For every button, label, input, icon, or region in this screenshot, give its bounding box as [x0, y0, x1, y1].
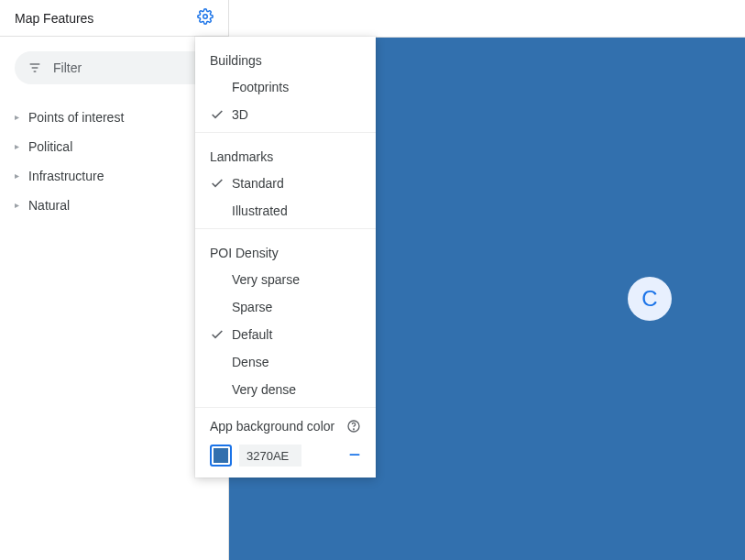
help-icon[interactable]: [346, 419, 361, 434]
option-label: Dense: [230, 355, 365, 369]
tree-item-label: Points of interest: [28, 110, 124, 125]
bg-color-inputs: [210, 445, 361, 467]
option-very-dense[interactable]: Very dense: [195, 376, 376, 403]
filter-icon: [27, 60, 42, 75]
tree-item-political[interactable]: ▸ Political: [9, 132, 219, 161]
sidebar-title: Map Features: [15, 11, 93, 26]
section-title: Landmarks: [195, 140, 376, 170]
triangle-right-icon: ▸: [15, 171, 19, 181]
svg-point-0: [203, 15, 208, 19]
option-label: Default: [230, 327, 365, 342]
filter-chip[interactable]: Filter: [15, 51, 214, 84]
option-label: Sparse: [230, 300, 365, 314]
option-very-sparse[interactable]: Very sparse: [195, 266, 376, 293]
tree-item-label: Natural: [28, 198, 70, 213]
section-poi-density: POI Density Very sparse Sparse Default D…: [195, 229, 376, 408]
option-default[interactable]: Default: [195, 321, 376, 348]
triangle-right-icon: ▸: [15, 113, 19, 122]
option-illustrated[interactable]: Illustrated: [195, 197, 376, 225]
tree-item-label: Political: [28, 139, 72, 154]
option-dense[interactable]: Dense: [195, 348, 376, 376]
reset-color-button[interactable]: [348, 448, 361, 464]
tree-item-natural[interactable]: ▸ Natural: [9, 191, 219, 220]
settings-button[interactable]: [197, 8, 214, 27]
check-icon: [210, 107, 230, 122]
section-landmarks: Landmarks Standard Illustrated: [195, 133, 376, 229]
section-title: POI Density: [195, 236, 376, 266]
triangle-right-icon: ▸: [15, 142, 19, 151]
hex-input[interactable]: [239, 445, 301, 467]
avatar-letter: C: [641, 286, 657, 312]
tree-item-infrastructure[interactable]: ▸ Infrastructure: [9, 161, 219, 191]
map-control-button[interactable]: C: [628, 277, 672, 321]
option-label: Footprints: [230, 80, 365, 94]
section-title: Buildings: [195, 44, 376, 73]
option-sparse[interactable]: Sparse: [195, 293, 376, 321]
feature-tree: ▸ Points of interest ▸ Political ▸ Infra…: [0, 99, 228, 224]
color-swatch[interactable]: [210, 445, 232, 467]
tree-item-label: Infrastructure: [28, 169, 104, 183]
option-label: Very dense: [230, 382, 365, 397]
bg-color-header: App background color: [210, 419, 361, 434]
tree-item-poi[interactable]: ▸ Points of interest: [9, 103, 219, 132]
svg-point-5: [354, 429, 355, 430]
filter-label: Filter: [53, 60, 82, 75]
bg-color-label: App background color: [210, 419, 334, 434]
section-buildings: Buildings Footprints 3D: [195, 37, 376, 133]
option-label: 3D: [230, 107, 365, 122]
check-icon: [210, 176, 230, 191]
section-bg-color: App background color: [195, 408, 376, 470]
option-label: Illustrated: [230, 203, 365, 218]
option-label: Standard: [230, 176, 365, 191]
option-label: Very sparse: [230, 272, 365, 287]
option-footprints[interactable]: Footprints: [195, 73, 376, 101]
settings-popup: Buildings Footprints 3D Landmarks Standa…: [195, 37, 376, 478]
sidebar-header: Map Features: [0, 0, 228, 37]
triangle-right-icon: ▸: [15, 201, 19, 210]
option-standard[interactable]: Standard: [195, 170, 376, 197]
gear-icon: [197, 8, 214, 27]
check-icon: [210, 327, 230, 342]
option-3d[interactable]: 3D: [195, 101, 376, 128]
